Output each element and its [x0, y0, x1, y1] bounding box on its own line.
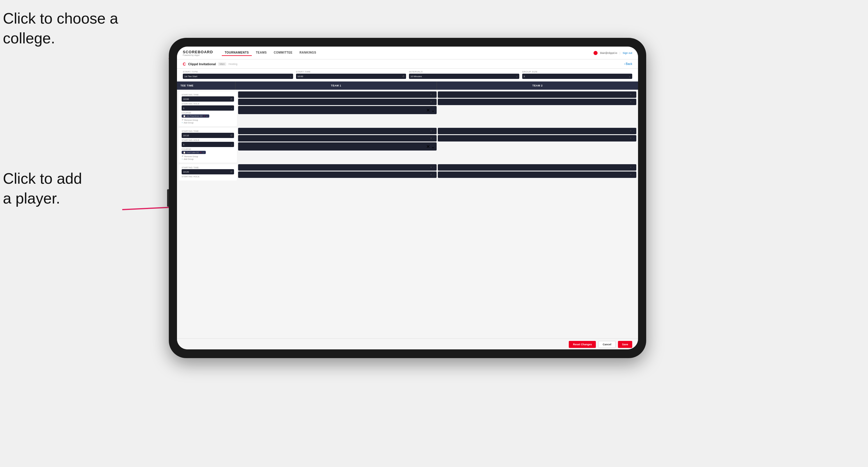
starting-time-label: STARTING TIME:	[182, 130, 234, 132]
group-3-time[interactable]: 10:20 ⏱	[182, 169, 234, 175]
group-3-team1: ✕ ⌄ ✕ ⌄	[238, 164, 437, 181]
brand-title: SCOREBOARD	[183, 50, 213, 54]
brand: SCOREBOARD Powered by clippd	[183, 50, 213, 56]
player-slot[interactable]: ✕ ⌄	[438, 99, 636, 105]
group-2-actions: ↺Remove Group +Add Group	[182, 155, 234, 160]
table-header: Tee Time Team 1 Team 2	[177, 82, 638, 90]
nav-teams[interactable]: TEAMS	[253, 50, 270, 56]
course-label: COURSE:	[182, 148, 234, 150]
user-avatar-dot	[593, 51, 597, 55]
add-player-icon[interactable]: ✕	[430, 93, 432, 96]
group-3-config: STARTING TIME: 10:20 ⏱ STARTING HOLE:	[179, 164, 237, 181]
player-slot[interactable]: ✕ ⌄	[238, 164, 437, 170]
course-slot-team1[interactable]: ✕ ⌄	[238, 143, 437, 151]
nav-links: TOURNAMENTS TEAMS COMMITTEE RANKINGS	[222, 50, 594, 56]
th-tee-time: Tee Time	[177, 82, 235, 90]
starting-hole-label: STARTING HOLE:	[182, 176, 234, 178]
nav-bar: SCOREBOARD Powered by clippd TOURNAMENTS…	[177, 46, 638, 59]
player-options-icon[interactable]: ⌄	[633, 101, 634, 103]
player-slot[interactable]: ✕ ⌄	[238, 91, 437, 98]
add-player-icon[interactable]: ✕	[630, 93, 632, 96]
player-slot[interactable]: ✕ ⌄	[238, 172, 437, 178]
group-2-course[interactable]: 📋 East Lake GC × ⌄	[182, 151, 206, 154]
group-2-time[interactable]: 10:10 ⏱	[182, 133, 234, 138]
table-row: STARTING TIME: 10:10 ⏱ STARTING HOLE: 1 …	[179, 128, 636, 162]
table-row: STARTING TIME: 10:20 ⏱ STARTING HOLE: ✕ …	[179, 164, 636, 181]
table-row: STARTING TIME: 10:00 ⏱ STARTING HOLE: 1 …	[179, 91, 636, 126]
annotation-choose-college: Click to choose a college.	[3, 9, 118, 48]
sub-header: C Clippd Invitational Men Hosting ‹ Back	[177, 59, 638, 69]
nav-tournaments[interactable]: TOURNAMENTS	[222, 50, 252, 56]
group-size-select[interactable]: 3 ⌄	[522, 74, 632, 79]
user-email: blair@clippd.io	[600, 52, 617, 55]
save-button[interactable]: Save	[618, 341, 632, 348]
brand-subtitle: Powered by clippd	[183, 54, 213, 56]
player-options-icon[interactable]: ⌄	[433, 93, 435, 96]
tablet-side-button	[167, 189, 169, 207]
intervals-label: Intervals	[409, 70, 519, 73]
th-team1: Team 1	[235, 82, 437, 90]
player-slot[interactable]: ✕ ⌄	[238, 135, 437, 142]
add-group-btn[interactable]: +Add Group	[182, 122, 234, 124]
course-slot-team1[interactable]: ✕ ⌄	[238, 106, 437, 114]
nav-rankings[interactable]: RANKINGS	[297, 50, 319, 56]
player-slot[interactable]: ✕ ⌄	[438, 128, 636, 134]
brand-logo: C	[183, 62, 186, 66]
remove-group-btn[interactable]: ↺Remove Group	[182, 119, 234, 121]
starting-hole-label: STARTING HOLE:	[182, 139, 234, 141]
group-2-team1: ✕ ⌄ ✕ ⌄ ✕ ⌄	[238, 128, 437, 162]
starting-hole-label: STARTING HOLE:	[182, 103, 234, 105]
player-slot[interactable]: ✕ ⌄	[438, 135, 636, 142]
nav-committee[interactable]: COMMITTEE	[271, 50, 296, 56]
start-time-group: Start Time 10:00 ⏱	[296, 70, 406, 80]
footer-bar: Reset Changes Cancel Save	[177, 338, 638, 349]
player-options-icon[interactable]: ⌄	[433, 101, 435, 103]
group-1-team2: ✕ ⌄ ✕ ⌄	[438, 91, 636, 126]
player-options-icon[interactable]: ⌄	[633, 93, 634, 96]
group-1-hole[interactable]: 1 ⌄	[182, 105, 234, 111]
player-slot[interactable]: ✕ ⌄	[238, 128, 437, 134]
group-size-label: Group Size	[522, 70, 632, 73]
group-2-config: STARTING TIME: 10:10 ⏱ STARTING HOLE: 1 …	[179, 128, 237, 162]
start-type-label: Start Type	[183, 70, 293, 73]
back-button[interactable]: ‹ Back	[624, 62, 632, 65]
group-1-course[interactable]: 📋 (A) Peachtree GC × ⌄	[182, 115, 209, 118]
start-type-select[interactable]: 1st Tee Start ⌄	[183, 74, 293, 79]
group-1-time[interactable]: 10:00 ⏱	[182, 96, 234, 102]
reset-changes-button[interactable]: Reset Changes	[569, 341, 596, 348]
player-slot[interactable]: ✕ ⌄	[238, 99, 437, 105]
starting-time-label: STARTING TIME:	[182, 94, 234, 96]
player-slot[interactable]: ✕ ⌄	[438, 91, 636, 98]
add-group-btn[interactable]: +Add Group	[182, 158, 234, 160]
group-3-team2: ✕ ⌄ ✕ ⌄	[438, 164, 636, 181]
th-team2: Team 2	[437, 82, 638, 90]
cancel-button[interactable]: Cancel	[598, 341, 616, 348]
controls-row: Start Type 1st Tee Start ⌄ Start Time 10…	[177, 69, 638, 82]
player-slot[interactable]: ✕ ⌄	[438, 172, 636, 178]
start-time-label: Start Time	[296, 70, 406, 73]
start-type-group: Start Type 1st Tee Start ⌄	[183, 70, 293, 80]
add-player-icon[interactable]: ✕	[430, 101, 432, 103]
user-area: blair@clippd.io | Sign out	[593, 51, 632, 55]
remove-course-icon[interactable]: ×	[200, 151, 202, 154]
remove-group-btn[interactable]: ↺Remove Group	[182, 155, 234, 157]
course-label: COURSE:	[182, 112, 234, 114]
event-tag: Men	[218, 62, 226, 66]
annotation-add-player: Click to add a player.	[3, 169, 82, 208]
intervals-group: Intervals 10 Minutes ⌄	[409, 70, 519, 80]
intervals-select[interactable]: 10 Minutes ⌄	[409, 74, 519, 79]
group-1-team1: ✕ ⌄ ✕ ⌄ ✕ ⌄	[238, 91, 437, 126]
event-title: Clippd Invitational	[188, 62, 216, 66]
starting-time-label: STARTING TIME:	[182, 166, 234, 168]
start-time-input[interactable]: 10:00 ⏱	[296, 74, 406, 79]
group-1-actions: ↺Remove Group +Add Group	[182, 119, 234, 124]
add-player-icon[interactable]: ✕	[630, 101, 632, 103]
group-size-group: Group Size 3 ⌄	[522, 70, 632, 80]
player-slot[interactable]: ✕ ⌄	[438, 164, 636, 170]
remove-course-icon[interactable]: ×	[204, 115, 205, 117]
tablet-screen: SCOREBOARD Powered by clippd TOURNAMENTS…	[177, 46, 638, 349]
group-2-hole[interactable]: 1 ⌄	[182, 142, 234, 147]
sign-out-link[interactable]: Sign out	[623, 52, 632, 55]
table-body: STARTING TIME: 10:00 ⏱ STARTING HOLE: 1 …	[177, 90, 638, 338]
group-1-config: STARTING TIME: 10:00 ⏱ STARTING HOLE: 1 …	[179, 91, 237, 126]
